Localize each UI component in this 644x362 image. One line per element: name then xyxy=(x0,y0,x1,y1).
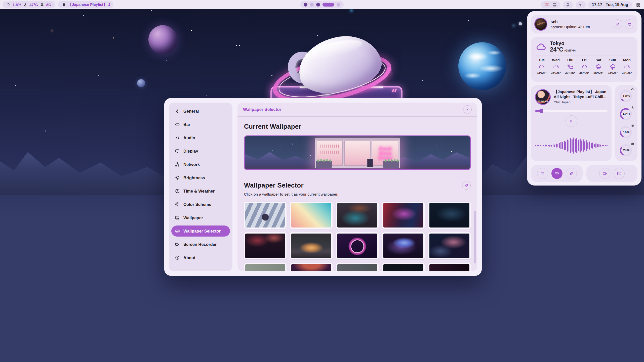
memory-usage: 8G xyxy=(46,3,51,7)
tray-screenshot-icon[interactable] xyxy=(552,3,557,7)
gauge-icon xyxy=(540,171,545,176)
clock-module[interactable]: 17:17 - Tue, 19 Aug xyxy=(588,1,632,8)
dark-plum-image xyxy=(429,264,469,271)
sidebar-item-time-weather[interactable]: Time & Weather xyxy=(171,186,230,197)
sidebar-item-about[interactable]: About xyxy=(171,252,230,263)
window-title: Wallpaper Selector xyxy=(243,107,281,112)
close-button[interactable] xyxy=(463,105,472,114)
gauge-icon xyxy=(631,88,634,91)
workspace-dot-5[interactable] xyxy=(337,3,340,7)
forecast-day-tue: Tue33°/24° xyxy=(535,58,548,75)
track-title: 【Japanese Playlist】 Japan All Night - To… xyxy=(554,89,608,99)
avatar xyxy=(534,18,547,31)
seek-slider[interactable] xyxy=(535,109,608,113)
sidebar-item-color-scheme[interactable]: Color Scheme xyxy=(171,199,230,210)
wallpaper-grid xyxy=(244,202,471,271)
system-monitor: 1.8%47°C16%24% xyxy=(615,85,637,161)
track-artist: Chill Japan. xyxy=(554,100,608,104)
media-module[interactable]: 【Japanese Playlist】 J... xyxy=(58,1,113,8)
workspace-dot-3[interactable] xyxy=(316,3,320,7)
current-wallpaper-preview: Fresh Moon Beans xyxy=(244,135,471,170)
images-icon xyxy=(175,229,180,234)
refresh-icon xyxy=(465,184,468,187)
album-art: TOKYO LO xyxy=(535,89,551,105)
sidebar-item-bar[interactable]: Bar xyxy=(171,119,230,130)
pause-button[interactable] xyxy=(566,115,577,127)
forecast-row: Tue33°/24°Wed35°/25°Thu33°/26°Fri35°/26°… xyxy=(535,58,633,75)
system-tray: UC xyxy=(541,1,560,8)
sidebar-item-wallpaper[interactable]: Wallpaper xyxy=(171,212,230,223)
wallpaper-thumbnail-blurred-teal-aurora[interactable] xyxy=(336,202,379,229)
workspace-dot-4-active[interactable] xyxy=(323,3,334,7)
sage-gray-image xyxy=(245,264,285,271)
wallpaper-thumbnail-red-canopy-night[interactable] xyxy=(290,263,333,271)
sidebar-item-audio[interactable]: Audio xyxy=(171,132,230,143)
chip-icon xyxy=(40,3,44,7)
thermo-ring: 47°C xyxy=(619,106,634,122)
wallpaper-thumbnail-near-black-navy[interactable] xyxy=(382,263,425,271)
gauge-button[interactable] xyxy=(537,168,548,179)
power-button[interactable] xyxy=(625,19,634,29)
wallpaper-thumbnail-slate-gray[interactable] xyxy=(336,263,379,271)
display-icon xyxy=(175,149,180,154)
sidebar-item-display[interactable]: Display xyxy=(171,146,230,157)
wallpaper-thumbnail-neon-arcade-alley[interactable] xyxy=(382,202,425,229)
system-stats-module[interactable]: 1.8% 47°C 8G xyxy=(3,1,55,8)
forecast-day-fri: Fri35°/26° xyxy=(578,58,591,75)
disk-icon xyxy=(631,142,634,146)
chip-ring: 16% xyxy=(619,124,634,140)
saturn-coffee-cup xyxy=(267,28,408,101)
cpu-usage: 1.8% xyxy=(13,3,21,7)
wallpaper-thumbnail-pastel-gradient[interactable] xyxy=(290,202,333,229)
tiny-moon xyxy=(519,22,522,25)
wallpaper-thumbnail-nebula-over-forest[interactable] xyxy=(382,232,425,259)
refresh-button[interactable] xyxy=(462,181,471,190)
current-wallpaper-heading: Current Wallpaper xyxy=(244,123,471,130)
scales-button[interactable] xyxy=(551,168,562,179)
preview-stars xyxy=(245,136,245,137)
wallpaper-thumbnail-dark-blue-forest[interactable] xyxy=(428,202,471,229)
wallpaper-thumbnail-abstract-mesh-wave[interactable] xyxy=(428,232,471,259)
top-bar: 1.8% 47°C 8G 【Japanese Playlist】 J... UC… xyxy=(0,0,644,9)
wallpaper-thumbnail-purple-ring-blackhole[interactable] xyxy=(336,232,379,259)
thermometer-icon xyxy=(23,3,27,7)
workspace-dot-1[interactable] xyxy=(304,3,307,7)
forecast-day-sun: Sun33°/26° xyxy=(606,58,619,75)
wallpaper-thumbnail-sage-gray[interactable] xyxy=(244,263,287,271)
slider-thumb[interactable] xyxy=(539,109,543,113)
planter-left xyxy=(316,161,332,168)
forecast-day-sat: Sat36°/26° xyxy=(592,58,605,75)
weather-timezone: (GMT+9) xyxy=(565,49,576,52)
leaf-icon xyxy=(569,171,574,176)
sidebar-item-screen-recorder[interactable]: Screen Recorder xyxy=(171,239,230,250)
image-icon xyxy=(175,215,180,220)
sidebar-item-general[interactable]: General xyxy=(171,106,230,117)
weather-widget: Tokyo 24°C(GMT+9) Tue33°/24°Wed35°/25°Th… xyxy=(531,37,637,82)
photo-button[interactable] xyxy=(614,168,625,179)
wallpaper-thumbnail-crimson-forest-figure[interactable] xyxy=(244,232,287,259)
wallpaper-thumbnail-lofi-coffee-shop[interactable] xyxy=(290,232,333,259)
volume-icon xyxy=(578,3,583,7)
tray-app-icon[interactable]: UC xyxy=(544,3,549,7)
abstract-mesh-wave-image xyxy=(429,234,469,258)
selector-description: Click on a wallpaper to set it as your c… xyxy=(244,192,471,197)
bell-icon xyxy=(566,3,570,7)
scrollbar-thumb[interactable] xyxy=(474,211,476,263)
sidebar-item-brightness[interactable]: Brightness xyxy=(171,172,230,183)
dashboard-button[interactable] xyxy=(634,1,642,9)
leaf-button[interactable] xyxy=(566,168,577,179)
palette-icon xyxy=(175,202,180,207)
quick-settings xyxy=(531,165,583,182)
control-panel: seb System Uptime: 4h19m Tokyo 24°C(GMT+… xyxy=(527,11,641,186)
workspace-dot-2[interactable] xyxy=(310,3,314,7)
notifications-button[interactable] xyxy=(563,1,573,8)
sidebar-item-wallpaper-selector[interactable]: Wallpaper Selector xyxy=(171,225,230,237)
purple-planet xyxy=(148,25,177,54)
wallpaper-thumbnail-anime-girl-crosswalk[interactable] xyxy=(244,202,287,229)
settings-button[interactable] xyxy=(613,19,622,29)
sidebar-item-network[interactable]: Network xyxy=(171,159,230,170)
video-button[interactable] xyxy=(599,168,610,179)
preview-cafe: Fresh Moon Beans xyxy=(315,138,400,168)
wallpaper-thumbnail-dark-plum[interactable] xyxy=(428,263,471,271)
volume-button[interactable] xyxy=(576,1,586,8)
